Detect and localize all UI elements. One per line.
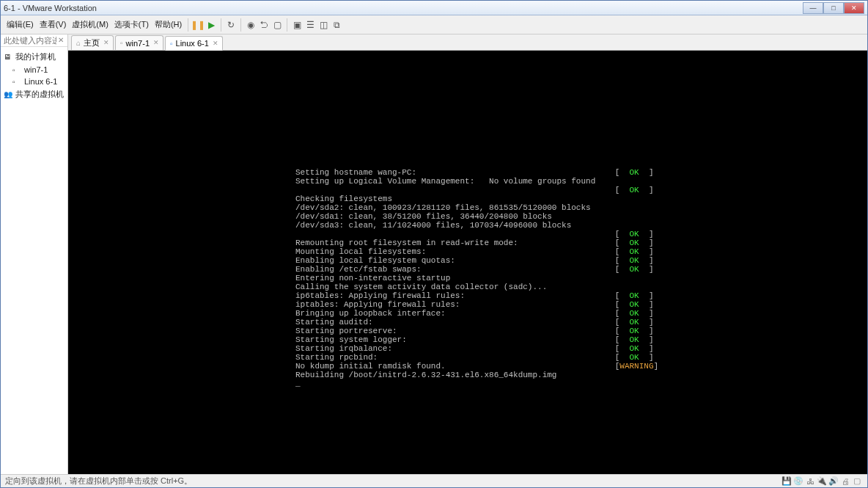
snapshot-icon[interactable]: ◉ bbox=[244, 18, 257, 32]
minimize-button[interactable]: — bbox=[803, 2, 823, 14]
thumbnail-icon[interactable]: ⧉ bbox=[330, 18, 343, 32]
console-icon[interactable]: ◫ bbox=[317, 18, 330, 32]
vm-console[interactable]: Setting hostname wang-PC: [ OK ]Setting … bbox=[68, 51, 867, 474]
close-tab-icon[interactable]: ✕ bbox=[102, 38, 111, 47]
tree-linux-6-1[interactable]: ▫ Linux 6-1 bbox=[2, 76, 66, 87]
terminal-output: Setting hostname wang-PC: [ OK ]Setting … bbox=[295, 168, 658, 388]
revert-icon[interactable]: ⮌ bbox=[257, 18, 271, 32]
separator bbox=[287, 18, 287, 32]
fullscreen-icon[interactable]: ▣ bbox=[290, 18, 304, 32]
vm-icon: ▫ bbox=[12, 78, 21, 86]
menu-edit[interactable]: 编辑(E) bbox=[4, 19, 37, 30]
tab-win7-1[interactable]: ▫ win7-1 ✕ bbox=[115, 35, 163, 50]
separator bbox=[221, 18, 221, 32]
tab-strip: ⌂ 主页 ✕ ▫ win7-1 ✕ ▫ Linux 6-1 ✕ bbox=[68, 34, 867, 51]
sidebar-search: ✕ bbox=[1, 34, 67, 47]
body-area: ✕ 🖥 我的计算机 ▫ win7-1 ▫ Linux 6-1 👥 共享的虚拟机 bbox=[1, 34, 867, 474]
tree-win7-1[interactable]: ▫ win7-1 bbox=[2, 64, 66, 76]
status-usb-icon: 🔌 bbox=[816, 476, 828, 486]
tab-linux-6-1[interactable]: ▫ Linux 6-1 ✕ bbox=[165, 36, 223, 51]
maximize-button[interactable]: □ bbox=[823, 2, 844, 14]
status-display-icon: ▢ bbox=[851, 476, 863, 486]
main-area: ⌂ 主页 ✕ ▫ win7-1 ✕ ▫ Linux 6-1 ✕ Setting … bbox=[68, 34, 867, 474]
separator bbox=[240, 18, 241, 32]
search-input[interactable] bbox=[4, 36, 56, 45]
tree-label: 我的计算机 bbox=[15, 51, 56, 62]
sidebar: ✕ 🖥 我的计算机 ▫ win7-1 ▫ Linux 6-1 👥 共享的虚拟机 bbox=[1, 34, 68, 474]
unity-icon[interactable]: ☰ bbox=[304, 18, 317, 32]
app-window: 6-1 - VMware Workstation — □ ✕ 编辑(E) 查看(… bbox=[0, 0, 868, 488]
tree-my-computer[interactable]: 🖥 我的计算机 bbox=[2, 50, 66, 64]
tree-label: win7-1 bbox=[24, 65, 48, 74]
tab-label: win7-1 bbox=[126, 39, 150, 48]
status-disk-icon: 💾 bbox=[781, 476, 792, 486]
menu-tabs[interactable]: 选项卡(T) bbox=[111, 19, 152, 30]
menu-view[interactable]: 查看(V) bbox=[37, 19, 70, 30]
menu-vm[interactable]: 虚拟机(M) bbox=[69, 19, 111, 30]
clear-search-icon[interactable]: ✕ bbox=[56, 36, 65, 45]
vm-tree: 🖥 我的计算机 ▫ win7-1 ▫ Linux 6-1 👥 共享的虚拟机 bbox=[1, 47, 67, 104]
tree-label: 共享的虚拟机 bbox=[15, 89, 64, 100]
home-icon: ⌂ bbox=[76, 39, 81, 47]
menu-toolbar-row: 编辑(E) 查看(V) 虚拟机(M) 选项卡(T) 帮助(H) ❚❚ ▶ ↻ ◉… bbox=[1, 15, 867, 34]
status-bar: 定向到该虚拟机，请在虚拟机内部单击或按 Ctrl+G。 💾 💿 🖧 🔌 🔊 🖨 … bbox=[1, 474, 867, 487]
status-sound-icon: 🔊 bbox=[828, 476, 839, 486]
vm-icon: ▫ bbox=[120, 39, 123, 47]
close-button[interactable]: ✕ bbox=[844, 2, 864, 14]
send-cad-icon[interactable]: ↻ bbox=[224, 18, 238, 32]
play-dropdown-icon[interactable]: ▶ bbox=[205, 18, 218, 32]
computer-icon: 🖥 bbox=[4, 53, 12, 61]
status-printer-icon: 🖨 bbox=[839, 477, 851, 486]
vm-icon: ▫ bbox=[12, 66, 21, 74]
window-title: 6-1 - VMware Workstation bbox=[4, 4, 803, 12]
tab-label: Linux 6-1 bbox=[176, 39, 209, 48]
pause-icon[interactable]: ❚❚ bbox=[191, 18, 205, 32]
close-tab-icon[interactable]: ✕ bbox=[211, 39, 220, 48]
menu-help[interactable]: 帮助(H) bbox=[152, 19, 185, 30]
window-controls: — □ ✕ bbox=[803, 2, 864, 14]
status-net-icon: 🖧 bbox=[804, 477, 816, 486]
shared-icon: 👥 bbox=[4, 90, 12, 98]
tree-shared-vms[interactable]: 👥 共享的虚拟机 bbox=[2, 87, 66, 101]
tree-label: Linux 6-1 bbox=[24, 77, 57, 86]
tab-home[interactable]: ⌂ 主页 ✕ bbox=[71, 35, 114, 50]
tab-label: 主页 bbox=[84, 37, 100, 48]
status-cd-icon: 💿 bbox=[792, 476, 804, 486]
vm-icon: ▫ bbox=[170, 40, 173, 48]
separator bbox=[188, 18, 188, 32]
close-tab-icon[interactable]: ✕ bbox=[152, 38, 161, 47]
status-text: 定向到该虚拟机，请在虚拟机内部单击或按 Ctrl+G。 bbox=[5, 476, 192, 487]
title-bar: 6-1 - VMware Workstation — □ ✕ bbox=[1, 1, 867, 15]
manage-snapshots-icon[interactable]: ▢ bbox=[271, 18, 284, 32]
